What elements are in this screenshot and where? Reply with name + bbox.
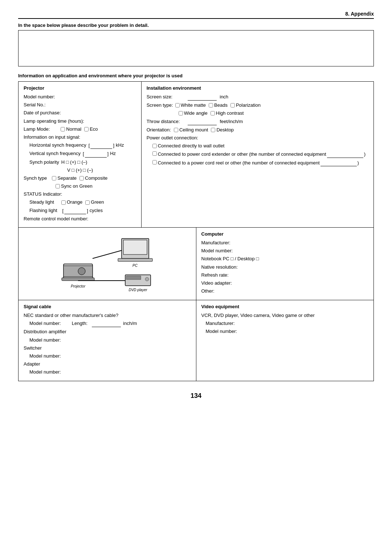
throw-distance-row: Throw distance: feet/inch/m <box>147 118 368 125</box>
flashing-light-row: Flashing light [ ] cycles <box>24 207 136 214</box>
power-outlet-label: Power outlet connection: <box>147 135 198 141</box>
comp-manufacturer-label: Manufacturer: <box>201 240 230 246</box>
green-checkbox[interactable] <box>85 200 90 205</box>
video-description-row: VCR, DVD player, Video camera, Video gam… <box>201 312 369 319</box>
svg-rect-8 <box>118 258 152 261</box>
connected-extender-checkbox[interactable] <box>152 151 157 156</box>
wide-angle-checkbox[interactable] <box>179 111 183 115</box>
connected-reel-label[interactable]: Connected to a power cord reel or other … <box>152 159 359 166</box>
sw-model-row: Model number: <box>24 353 191 359</box>
composite-checkbox[interactable] <box>79 176 84 180</box>
comp-model-row: Model number: <box>201 248 369 254</box>
synch-type-label: Synch type <box>24 175 47 182</box>
comp-manufacturer-row: Manufacturer: <box>201 240 369 246</box>
svg-line-5 <box>93 249 125 258</box>
screen-type-row: Screen type: White matte Beads Polarizat… <box>147 102 368 109</box>
high-contrast-checkbox[interactable] <box>211 111 215 115</box>
computer-panel: Computer Manufacturer: Model number: Not… <box>196 228 374 300</box>
orange-checkbox[interactable] <box>61 200 66 205</box>
h-synch-label: Horizontal synch frequency <box>29 142 86 148</box>
video-adapter-label: Video adapter: <box>201 280 232 286</box>
high-contrast-label[interactable]: High contrast <box>211 110 244 117</box>
beads-checkbox[interactable] <box>209 103 213 107</box>
serial-no-row: Serial No.: <box>24 102 136 108</box>
v-unit: Hz <box>110 150 116 157</box>
v-polarity: V □ (+) □ (–) <box>67 167 93 174</box>
white-matte-checkbox[interactable] <box>175 103 180 107</box>
orange-label[interactable]: Orange <box>61 199 82 205</box>
sw-model-label: Model number: <box>29 353 61 359</box>
normal-checkbox-label[interactable]: Normal <box>61 126 81 133</box>
video-equipment-panel: Video equipment VCR, DVD player, Video c… <box>196 300 374 381</box>
synch-type-row: Synch type Separate Composite <box>24 175 136 182</box>
other-row: Other: <box>201 288 369 294</box>
signal-cable-title: Signal cable <box>24 304 191 309</box>
desktop-label[interactable]: Desktop <box>211 127 234 133</box>
ceiling-mount-label[interactable]: Ceiling mount <box>174 127 208 133</box>
polarization-label[interactable]: Polarization <box>230 102 261 109</box>
white-matte-label[interactable]: White matte <box>175 102 206 109</box>
svg-point-2 <box>78 268 85 275</box>
v-synch-label: Vertical synch frequency <box>29 150 81 157</box>
sync-green-row: Sync on Green <box>24 183 136 190</box>
synch-polarity-row: Synch polarity H □ (+) □ (–) <box>24 159 136 166</box>
connected-wall-label[interactable]: Connected directly to wall outlet <box>152 143 225 149</box>
ceiling-mount-checkbox[interactable] <box>174 128 178 132</box>
connected-extender-row: Connected to power cord extender or othe… <box>147 151 368 158</box>
flashing-value <box>64 207 86 214</box>
svg-rect-7 <box>123 240 147 254</box>
separate-label[interactable]: Separate <box>52 175 77 182</box>
other-label: Other: <box>201 288 215 294</box>
screen-size-value <box>188 94 217 101</box>
sync-green-label[interactable]: Sync on Green <box>56 183 93 190</box>
remote-control-label: Remote control model number: <box>24 216 88 222</box>
sc-model-row: Model number: Length: inch/m <box>24 320 191 327</box>
nec-standard-label: NEC standard or other manufacturer's cab… <box>24 312 118 319</box>
eco-checkbox-label[interactable]: Eco <box>84 126 98 133</box>
separate-checkbox[interactable] <box>52 176 56 180</box>
lamp-mode-label: Lamp Mode: <box>24 126 50 133</box>
sc-model-label: Model number: <box>29 320 61 327</box>
v-polarity-row: V □ (+) □ (–) <box>24 167 136 174</box>
steady-light-row: Steady light Orange Green <box>24 199 136 205</box>
svg-point-13 <box>145 277 149 281</box>
desktop-checkbox[interactable] <box>211 128 215 132</box>
ve-manufacturer-row: Manufacturer: <box>201 320 369 327</box>
orientation-row: Orientation: Ceiling mount Desktop <box>147 127 368 133</box>
power-outlet-row: Power outlet connection: <box>147 135 368 141</box>
ve-model-label: Model number: <box>201 328 237 335</box>
video-equipment-title: Video equipment <box>201 304 369 309</box>
connected-extender-label[interactable]: Connected to power cord extender or othe… <box>152 151 366 158</box>
diagram-svg: Projector PC DVD player <box>60 235 154 293</box>
problem-box <box>18 30 374 66</box>
nec-standard-row: NEC standard or other manufacturer's cab… <box>24 312 191 319</box>
svg-text:Projector: Projector <box>71 284 86 288</box>
synch-polarity-label: Synch polarity <box>29 159 59 166</box>
serial-no-label: Serial No.: <box>24 102 46 108</box>
polarization-checkbox[interactable] <box>230 103 235 107</box>
notebook-desktop-row: Notebook PC □ / Desktop □ <box>201 256 369 262</box>
top-two-col: Projector Model number: Serial No.: Date… <box>18 81 374 228</box>
connected-reel-checkbox[interactable] <box>152 160 157 164</box>
normal-checkbox[interactable] <box>61 127 65 131</box>
connected-wall-row: Connected directly to wall outlet <box>147 143 368 149</box>
notebook-desktop-label: Notebook PC □ / Desktop □ <box>201 256 259 262</box>
h-synch-value <box>90 142 112 149</box>
video-description: VCR, DVD player, Video camera, Video gam… <box>201 312 315 319</box>
model-number-label: Model number: <box>24 94 55 100</box>
model-number-row: Model number: <box>24 94 136 100</box>
beads-label[interactable]: Beads <box>209 102 228 109</box>
lamp-mode-row: Lamp Mode: Normal Eco <box>24 126 136 133</box>
composite-label[interactable]: Composite <box>79 175 107 182</box>
cycles-label: cycles <box>90 207 103 214</box>
sync-green-checkbox[interactable] <box>56 184 60 188</box>
bottom-two-col: Signal cable NEC standard or other manuf… <box>18 300 374 381</box>
connected-wall-checkbox[interactable] <box>152 144 157 148</box>
svg-rect-3 <box>62 278 94 281</box>
comp-model-label: Model number: <box>201 248 233 254</box>
wide-angle-label[interactable]: Wide angle <box>179 110 208 117</box>
middle-section: Projector PC DVD player Computer Manufac… <box>18 228 374 300</box>
green-label[interactable]: Green <box>85 199 104 205</box>
eco-checkbox[interactable] <box>84 127 89 131</box>
page-number: 134 <box>18 392 374 400</box>
